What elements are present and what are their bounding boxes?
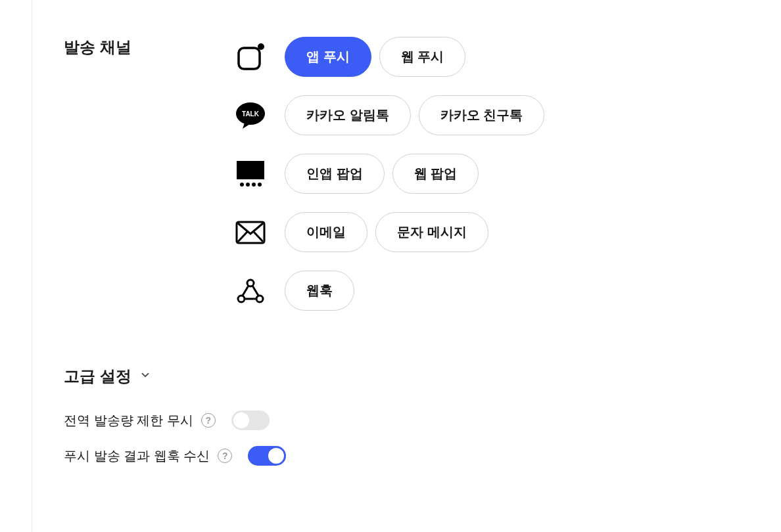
setting-label: 전역 발송량 제한 무시 [64, 412, 193, 430]
section-title-channels: 발송 채널 [64, 37, 195, 58]
svg-point-5 [240, 183, 244, 187]
help-icon[interactable]: ? [218, 449, 232, 463]
popup-icon [235, 158, 266, 190]
chip-kakao-friendtalk[interactable]: 카카오 친구톡 [419, 95, 545, 135]
advanced-settings-title: 고급 설정 [64, 366, 131, 387]
channel-row-popup: 인앱 팝업 웹 팝업 [235, 154, 544, 194]
mail-icon [235, 217, 266, 248]
help-icon[interactable]: ? [201, 413, 216, 428]
svg-point-7 [252, 183, 256, 187]
svg-point-8 [258, 183, 262, 187]
chip-email[interactable]: 이메일 [285, 212, 367, 252]
push-icon [235, 41, 266, 73]
chip-inapp-popup[interactable]: 인앱 팝업 [285, 154, 385, 194]
advanced-settings-toggle[interactable]: 고급 설정 [64, 366, 781, 387]
svg-rect-0 [239, 48, 260, 69]
talk-icon: TALK [235, 100, 266, 131]
svg-point-1 [258, 43, 264, 50]
toggle-push-result-webhook[interactable] [248, 446, 286, 466]
chip-webhook[interactable]: 웹훅 [285, 271, 354, 311]
webhook-icon [235, 275, 266, 307]
channel-row-push: 앱 푸시 웹 푸시 [235, 37, 544, 77]
chip-web-push[interactable]: 웹 푸시 [379, 37, 466, 77]
svg-point-6 [246, 183, 250, 187]
chip-kakao-alimtalk[interactable]: 카카오 알림톡 [285, 95, 411, 135]
chip-sms[interactable]: 문자 메시지 [375, 212, 488, 252]
chip-web-popup[interactable]: 웹 팝업 [392, 154, 479, 194]
setting-push-result-webhook: 푸시 발송 결과 웹훅 수신 ? [64, 446, 781, 466]
chevron-down-icon [139, 369, 151, 384]
channel-row-mail: 이메일 문자 메시지 [235, 212, 544, 252]
setting-global-limit-ignore: 전역 발송량 제한 무시 ? [64, 410, 781, 430]
svg-point-10 [247, 280, 254, 286]
setting-label: 푸시 발송 결과 웹훅 수신 [64, 447, 210, 465]
svg-point-12 [256, 296, 263, 302]
svg-text:TALK: TALK [242, 110, 260, 118]
svg-point-11 [238, 296, 245, 302]
toggle-global-limit-ignore[interactable] [231, 410, 270, 430]
svg-rect-4 [237, 161, 264, 179]
channel-row-talk: TALK 카카오 알림톡 카카오 친구톡 [235, 95, 544, 135]
channel-row-webhook: 웹훅 [235, 271, 544, 311]
chip-app-push[interactable]: 앱 푸시 [285, 37, 371, 77]
